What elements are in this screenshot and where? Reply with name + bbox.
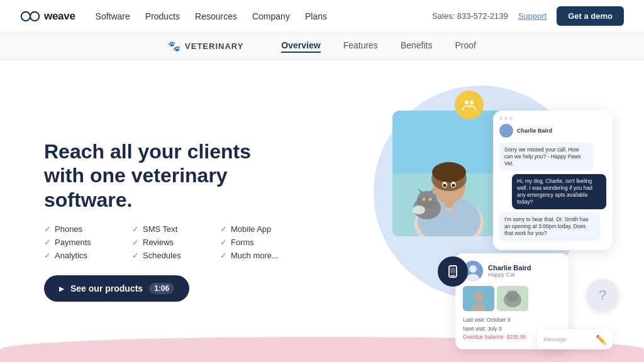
photo-placeholder [392,111,506,236]
feature-label: Forms [231,238,254,247]
vet-label-text: VETERINARY [185,41,243,51]
sec-nav-proof[interactable]: Proof [455,40,475,53]
group-icon-bubble [455,90,484,119]
send-icon[interactable]: ✏️ [596,334,606,344]
dot [499,117,502,120]
sales-text: Sales: 833-572-2139 [432,11,508,21]
logo-text: weave [44,10,75,23]
feature-analytics: ✓ Analytics [44,251,132,260]
feature-more: ✓ Much more... [220,251,308,260]
nav-software[interactable]: Software [96,11,130,21]
svg-point-10 [453,211,458,216]
svg-point-25 [413,206,425,214]
hero-headline: Reach all your clients with one veterina… [44,140,283,212]
last-visit: Last visit: October 3 [463,316,561,325]
chat-avatar [499,124,513,138]
check-icon: ✓ [220,224,227,234]
feature-schedules: ✓ Schedules [132,251,220,260]
vet-photo-card [392,111,506,236]
svg-point-24 [429,198,432,201]
dot [509,117,513,120]
features-grid: ✓ Phones ✓ SMS Text ✓ Mobile App ✓ Payme… [44,224,308,260]
nav-company[interactable]: Company [252,11,290,21]
profile-info: Charlie Baird Happy Cat [488,264,531,278]
check-icon: ✓ [44,238,51,247]
feature-payments: ✓ Payments [44,238,132,247]
right-side-mockup: Charlie Baird Sorry we missed your call.… [308,79,606,362]
see-products-button[interactable]: ▶ See our products 1:06 [44,275,189,302]
svg-rect-39 [450,268,455,273]
message-input-card[interactable]: Message ✏️ [537,329,613,349]
feature-label: Much more... [231,251,279,260]
sec-nav-features[interactable]: Features [343,40,378,53]
nav-resources[interactable]: Resources [195,11,237,21]
svg-point-2 [465,101,469,104]
main-content: Reach all your clients with one veterina… [0,60,644,362]
svg-point-30 [474,292,484,302]
nav-links: Software Products Resources Company Plan… [96,11,327,21]
vet-icon: 🐾 [168,40,181,52]
feature-mobile: ✓ Mobile App [220,224,308,234]
mobile-icon-bubble [438,256,468,287]
feature-label: Schedules [143,251,181,260]
feature-label: Phones [55,224,82,234]
nav-products[interactable]: Products [145,11,180,21]
svg-rect-31 [472,305,485,311]
feature-label: Payments [55,238,91,247]
svg-point-23 [423,198,426,201]
question-bubble: ? [586,279,619,312]
play-icon: ▶ [59,285,64,292]
svg-point-18 [452,184,455,187]
cta-time: 1:06 [149,283,174,294]
profile-photo-2 [497,286,528,311]
check-icon: ✓ [132,251,139,260]
feature-forms: ✓ Forms [220,238,308,247]
logo[interactable]: weave [20,10,75,23]
chat-card: Charlie Baird Sorry we missed your call.… [493,111,613,250]
sec-nav-benefits[interactable]: Benefits [401,40,433,53]
feature-label: SMS Text [143,224,177,234]
feature-label: Mobile App [231,224,271,234]
top-navigation: weave Software Products Resources Compan… [0,0,644,33]
feature-phones: ✓ Phones [44,224,132,234]
chat-bubble-received-2: I'm sorry to hear that. Dr. Smith has an… [499,212,600,241]
check-icon: ✓ [44,251,51,260]
feature-label: Analytics [55,251,87,260]
check-icon: ✓ [132,224,139,234]
profile-photo-1 [463,286,494,311]
svg-point-14 [431,166,467,191]
nav-plans[interactable]: Plans [305,11,327,21]
nav-right: Sales: 833-572-2139 Support Get a demo [432,6,624,26]
svg-point-34 [506,290,519,302]
secondary-navigation: 🐾 VETERINARY Overview Features Benefits … [0,33,644,60]
get-demo-button[interactable]: Get a demo [557,6,624,26]
left-side: Reach all your clients with one veterina… [44,140,308,302]
chat-header: Charlie Baird [499,124,606,138]
chat-bubble-received-1: Sorry we missed your call. How can we he… [499,143,594,171]
dot [504,117,508,120]
profile-photos [463,286,561,311]
sec-nav-overview[interactable]: Overview [281,40,320,53]
feature-sms: ✓ SMS Text [132,224,220,234]
cta-label: See our products [70,283,143,293]
nav-left: weave Software Products Resources Compan… [20,10,327,23]
check-icon: ✓ [132,238,139,247]
support-link[interactable]: Support [518,11,547,21]
svg-point-3 [470,101,474,104]
svg-point-0 [21,11,30,20]
check-icon: ✓ [44,224,51,234]
chat-contact-name: Charlie Baird [517,128,552,134]
svg-point-1 [30,11,39,20]
message-placeholder: Message [543,336,592,343]
check-icon: ✓ [220,251,227,260]
profile-header: Charlie Baird Happy Cat [463,261,561,281]
sec-nav-links: Overview Features Benefits Proof [281,40,476,53]
vet-label: 🐾 VETERINARY [168,40,243,52]
check-icon: ✓ [220,238,227,247]
svg-point-17 [443,184,447,187]
dots-row [499,117,606,120]
profile-name: Charlie Baird [488,264,531,272]
feature-label: Reviews [143,238,174,247]
feature-reviews: ✓ Reviews [132,238,220,247]
chat-bubble-sent-1: Hi, my dog, Charlie, isn't feeling well.… [512,174,606,209]
